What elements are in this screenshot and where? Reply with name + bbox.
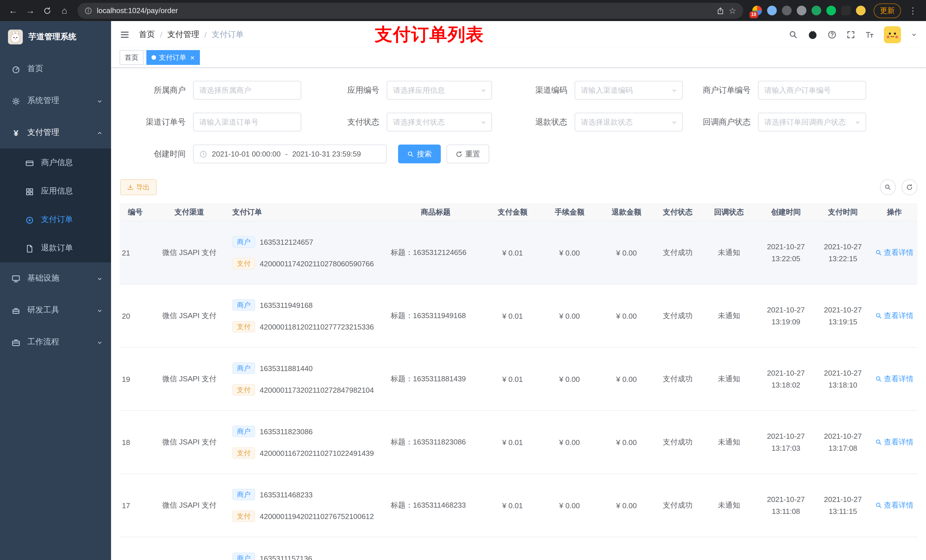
github-icon[interactable] <box>808 29 818 40</box>
refresh-button[interactable] <box>902 179 917 195</box>
gear-icon <box>11 96 21 106</box>
extension-icon-2[interactable] <box>767 6 777 15</box>
extension-icon-3[interactable] <box>782 6 791 15</box>
extension-icon-8[interactable] <box>856 6 865 15</box>
browser-back-icon[interactable]: ← <box>6 3 21 18</box>
export-button[interactable]: 导出 <box>120 179 157 195</box>
reset-button[interactable]: 重置 <box>446 145 489 163</box>
search-icon[interactable] <box>789 29 798 39</box>
callback-status-input[interactable] <box>764 118 850 126</box>
filter-label: 渠道订单号 <box>120 117 186 127</box>
tab-home[interactable]: 首页 <box>120 50 144 65</box>
sidebar-item-pay-order[interactable]: 支付订单 <box>0 205 111 234</box>
cell-notify-status: 未通知 <box>701 221 757 284</box>
annotation-title: 支付订单列表 <box>375 23 484 46</box>
callback-status-select[interactable] <box>758 113 866 131</box>
pay-order-icon <box>25 215 34 225</box>
bookmark-star-icon[interactable]: ☆ <box>729 5 736 16</box>
merchant-no: 1635311157136 <box>260 554 312 560</box>
create-time-range-picker[interactable]: 2021-10-01 00:00:00 - 2021-10-31 23:59:5… <box>193 145 387 163</box>
channel-order-no-field[interactable] <box>193 113 301 131</box>
browser-update-button[interactable]: 更新 <box>874 3 901 18</box>
merchant-no: 1635311823086 <box>260 427 313 436</box>
search-button[interactable]: 搜索 <box>398 145 441 163</box>
sidebar-item-home[interactable]: 首页 <box>0 53 111 85</box>
app-id-select[interactable] <box>387 81 492 100</box>
pay-status-input[interactable] <box>393 118 475 126</box>
merchant-input[interactable] <box>199 86 301 95</box>
extension-icon-6[interactable] <box>826 6 836 15</box>
close-icon[interactable]: × <box>190 54 195 61</box>
dashboard-icon <box>11 64 21 74</box>
sidebar-item-system[interactable]: 系统管理 <box>0 85 111 117</box>
app-id-input[interactable] <box>393 86 475 95</box>
channel-order-no-input[interactable] <box>199 118 301 126</box>
devtools-icon <box>11 305 21 315</box>
extension-icon-5[interactable] <box>811 6 821 15</box>
browser-forward-icon[interactable]: → <box>23 3 38 18</box>
merchant-field[interactable] <box>193 81 301 100</box>
sidebar-logo[interactable]: 芋道管理系统 <box>0 21 111 53</box>
share-icon[interactable] <box>716 6 724 15</box>
filter-row-3: 创建时间 2021-10-01 00:00:00 - 2021-10-31 23… <box>120 145 926 163</box>
cell-order-id: 20 <box>120 285 151 347</box>
extension-icon-1[interactable]: 10 <box>752 6 762 15</box>
filter-label: 应用编号 <box>309 85 379 95</box>
view-detail-link[interactable]: 查看详情 <box>875 437 914 447</box>
channel-code-select[interactable] <box>575 81 683 100</box>
col-pay-channel: 支付渠道 <box>151 203 228 221</box>
sidebar-item-devtools[interactable]: 研发工具 <box>0 294 111 326</box>
cell-fee-amount: ¥ 0.00 <box>541 285 598 347</box>
extension-icon-4[interactable] <box>797 6 806 15</box>
user-avatar[interactable] <box>884 26 901 43</box>
browser-menu-icon[interactable]: ⋮ <box>905 3 920 18</box>
extension-icon-7[interactable] <box>841 6 851 15</box>
tags-view-bar: 首页 支付订单 × <box>111 48 926 68</box>
view-detail-link[interactable]: 查看详情 <box>875 500 914 510</box>
site-info-icon[interactable] <box>84 6 92 15</box>
sidebar-item-refund-order[interactable]: 退款订单 <box>0 234 111 263</box>
url-text[interactable]: localhost:1024/pay/order <box>97 6 711 15</box>
fullscreen-icon[interactable] <box>846 29 855 39</box>
tab-pay-order[interactable]: 支付订单 × <box>146 50 200 65</box>
cell-product-title: 标题：1635312124656 <box>387 221 484 284</box>
sidebar-item-workflow[interactable]: 工作流程 <box>0 326 111 358</box>
cell-product-title: 标题：1635311468233 <box>387 474 484 537</box>
view-detail-link[interactable]: 查看详情 <box>875 311 914 321</box>
workflow-icon <box>11 337 21 347</box>
sidebar-item-merchant-info[interactable]: 商户信息 <box>0 148 111 177</box>
address-bar[interactable]: localhost:1024/pay/order ☆ <box>77 3 743 18</box>
date-end-value[interactable]: 2021-10-31 23:59:59 <box>292 150 361 158</box>
sidebar-item-infrastructure[interactable]: 基础设施 <box>0 263 111 294</box>
pay-no-tag: 支付 <box>232 384 255 395</box>
page-content: 所属商户 应用编号 渠道编码 商户订单编号 <box>111 68 926 560</box>
cell-pay-amount: ¥ 0.01 <box>484 411 541 474</box>
channel-code-input[interactable] <box>581 86 666 95</box>
refund-status-input[interactable] <box>581 118 666 126</box>
refund-status-select[interactable] <box>575 113 683 131</box>
avatar-caret-icon[interactable] <box>911 29 917 39</box>
pay-no: 4200001167202110271022491439 <box>260 449 374 457</box>
pay-no-tag: 支付 <box>232 321 255 332</box>
browser-reload-icon[interactable] <box>40 3 54 18</box>
hamburger-icon[interactable] <box>120 29 130 40</box>
merchant-order-no-input[interactable] <box>764 86 865 95</box>
date-start-value[interactable]: 2021-10-01 00:00:00 <box>212 150 280 158</box>
table-row: 17微信 JSAPI 支付 商户1635311468233 支付42000011… <box>120 474 917 537</box>
cell-pay-status: 支付成功 <box>655 285 701 347</box>
col-fee-amount: 手续金额 <box>541 203 598 221</box>
help-icon[interactable] <box>828 29 837 39</box>
view-detail-link[interactable]: 查看详情 <box>875 248 914 258</box>
font-size-icon[interactable] <box>865 29 874 39</box>
breadcrumb-section[interactable]: 支付管理 <box>168 29 199 39</box>
view-detail-link[interactable]: 查看详情 <box>875 374 914 384</box>
pay-status-select[interactable] <box>387 113 492 131</box>
sidebar-item-payment[interactable]: ¥ 支付管理 <box>0 117 111 148</box>
table-row-partial: 商户1635311157136 <box>120 537 917 560</box>
app-title: 芋道管理系统 <box>29 32 76 42</box>
search-toggle-button[interactable] <box>880 179 896 195</box>
merchant-order-no-field[interactable] <box>758 81 866 100</box>
breadcrumb-home[interactable]: 首页 <box>139 29 155 39</box>
browser-home-icon[interactable]: ⌂ <box>57 3 72 18</box>
sidebar-item-app-info[interactable]: 应用信息 <box>0 177 111 205</box>
